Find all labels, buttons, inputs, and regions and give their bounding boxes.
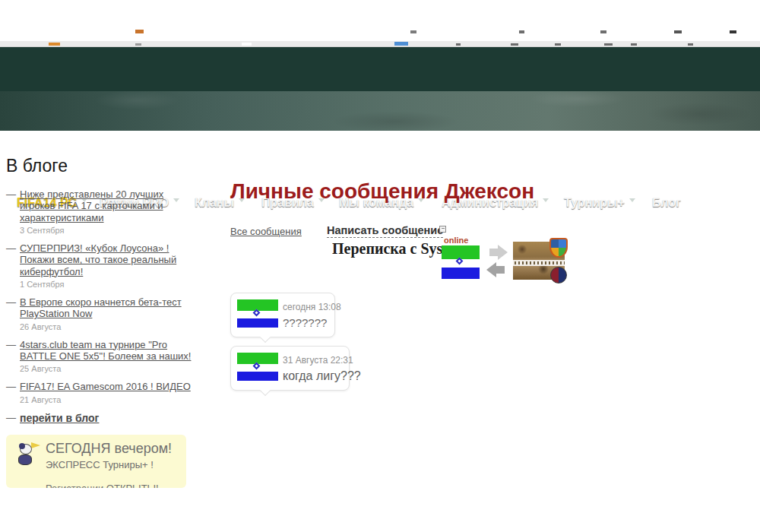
promo-line-3: Регистрации ОТКРЫТЫ! [46, 483, 172, 488]
compose-icon[interactable] [439, 226, 446, 233]
blog-post-link[interactable]: 4stars.club team на турнире "Pro BATTLE … [20, 339, 200, 363]
chrome-fragment [674, 30, 682, 33]
chrome-fragment [600, 30, 606, 33]
chrome-fragment [519, 30, 524, 33]
chrome-fragment [410, 30, 416, 33]
goto-blog-link[interactable]: перейти в блог [20, 412, 200, 425]
online-status-badge: online [444, 236, 468, 245]
interlocutor-avatar[interactable] [513, 242, 565, 280]
blog-post-date: 3 Сентября [20, 226, 200, 235]
chevron-down-icon [543, 198, 549, 202]
page: 13:09:09 66 ЛС Личный кабинет Играть сей… [0, 0, 760, 532]
list-item: перейти в блог [6, 412, 200, 425]
club-shield-badge-icon [549, 238, 568, 258]
arrow-right-icon [489, 245, 508, 260]
chrome-fragment [135, 30, 144, 33]
blog-post-date: 26 Августа [20, 322, 200, 331]
main-nav: FIFA14 PC Режим PRO Кланы Правила Мы ком… [0, 91, 760, 131]
user-flag-avatar[interactable] [442, 245, 480, 279]
message-timestamp: сегодня 13:08 [283, 302, 341, 312]
chrome-fragment [49, 43, 60, 46]
message-text: когда лигу??? [283, 369, 361, 383]
message-bubble: 31 Августа 22:31 когда лигу??? [230, 346, 350, 391]
message-text: ??????? [283, 316, 327, 329]
chrome-fragment [604, 43, 613, 46]
browser-bookmark-strip [0, 41, 760, 47]
blog-post-link[interactable]: СУПЕРПРИЗ! «Кубок Лоусона» ! Покажи всем… [20, 242, 200, 277]
blog-post-date: 25 Августа [20, 364, 200, 373]
bubble-tail [260, 385, 271, 396]
arrow-left-icon [486, 262, 505, 277]
chrome-fragment [688, 43, 693, 46]
list-item: FIFA17! EA Gamescom 2016 ! ВИДЕО 21 Авгу… [6, 381, 200, 404]
blog-post-date: 21 Августа [20, 395, 200, 404]
promo-line-1: СЕГОДНЯ вечером! [46, 441, 172, 457]
blog-sidebar: В блоге Ниже представлены 20 лучших игро… [6, 156, 200, 432]
nav-item-turniry[interactable]: Турниры+ [564, 196, 635, 210]
chrome-fragment [456, 43, 461, 46]
chrome-fragment [135, 43, 141, 46]
chrome-fragment [394, 42, 408, 46]
nav-item-blog[interactable]: Блог [652, 196, 681, 210]
sender-flag-avatar[interactable] [237, 299, 278, 328]
blog-post-link[interactable]: В Европе скоро начнется бета-тест PlaySt… [20, 296, 200, 320]
message-timestamp: 31 Августа 22:31 [283, 355, 353, 366]
chrome-fragment [730, 30, 736, 33]
club-round-badge-icon [550, 267, 567, 283]
chrome-fragment [511, 43, 518, 46]
chrome-fragment [631, 43, 637, 46]
mascot-dog-icon [17, 442, 41, 470]
blog-post-link[interactable]: FIFA17! EA Gamescom 2016 ! ВИДЕО [20, 381, 200, 392]
promo-text: СЕГОДНЯ вечером! ЭКСПРЕСС Турниры+ ! Рег… [46, 441, 172, 488]
blog-post-link[interactable]: Ниже представлены 20 лучших игроков FIFA… [20, 188, 200, 223]
promo-line-2: ЭКСПРЕСС Турниры+ ! [46, 459, 172, 470]
bubble-tail [260, 332, 271, 343]
avatar-caption-strip [513, 260, 565, 266]
list-item: Ниже представлены 20 лучших игроков FIFA… [6, 188, 200, 235]
conversation-title: Переписка с Sys [332, 240, 442, 258]
top-status-bar: 13:09:09 66 ЛС Личный кабинет Играть сей… [0, 47, 760, 91]
chevron-down-icon [629, 198, 635, 202]
chrome-fragment [242, 43, 252, 46]
chrome-fragment [555, 43, 561, 46]
sidebar-title: В блоге [6, 156, 200, 176]
sender-flag-avatar[interactable] [237, 353, 278, 381]
list-item: СУПЕРПРИЗ! «Кубок Лоусона» ! Покажи всем… [6, 242, 200, 289]
promo-box: СЕГОДНЯ вечером! ЭКСПРЕСС Турниры+ ! Рег… [6, 435, 186, 488]
all-messages-link[interactable]: Все сообщения [230, 226, 302, 237]
write-message-link[interactable]: Написать сообщение [327, 224, 443, 238]
message-bubble: сегодня 13:08 ??????? [230, 293, 335, 337]
list-item: 4stars.club team на турнире "Pro BATTLE … [6, 339, 200, 374]
list-item: В Европе скоро начнется бета-тест PlaySt… [6, 296, 200, 331]
blog-post-date: 1 Сентября [20, 280, 200, 289]
page-title: Личные сообщения Джексон [230, 179, 534, 204]
